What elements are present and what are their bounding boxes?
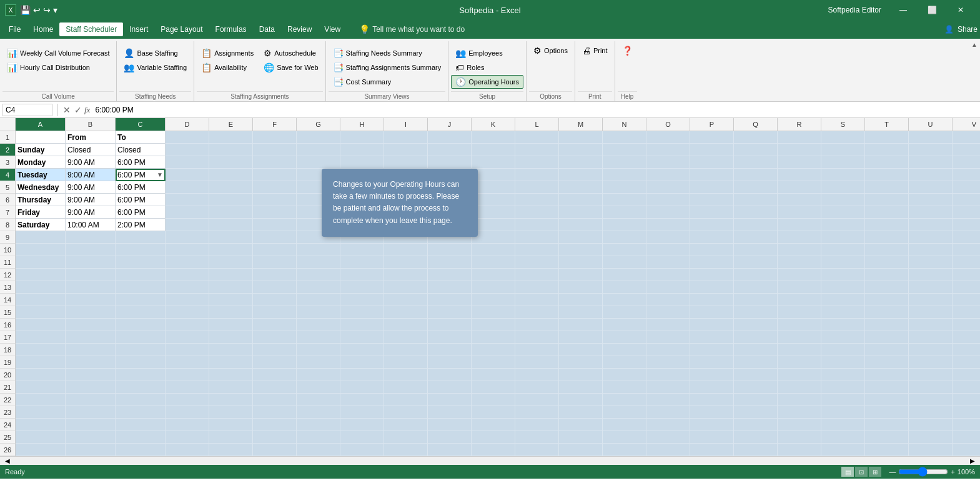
zoom-out-btn[interactable]: — (889, 468, 896, 476)
cell-k3[interactable] (472, 156, 515, 169)
cell-17-18[interactable] (821, 331, 865, 344)
cell-15-18[interactable] (821, 306, 865, 319)
cell-22-13[interactable] (603, 394, 646, 406)
cell-11-7[interactable] (340, 256, 384, 269)
col-header-t[interactable]: T (865, 118, 909, 131)
cell-j1[interactable] (428, 131, 472, 144)
cell-p2[interactable] (690, 144, 734, 156)
cell-r8[interactable] (778, 219, 821, 231)
cell-10-1[interactable] (66, 244, 116, 256)
cell-9-17[interactable] (778, 231, 821, 244)
cell-24-8[interactable] (384, 419, 428, 431)
cell-24-12[interactable] (559, 419, 603, 431)
cell-23-4[interactable] (209, 406, 253, 419)
cell-d4[interactable] (166, 169, 209, 181)
cell-13-7[interactable] (340, 281, 384, 294)
cell-10-13[interactable] (603, 244, 646, 256)
cell-18-6[interactable] (297, 344, 340, 356)
cell-26-20[interactable] (909, 444, 953, 456)
restore-btn[interactable]: ⬜ (918, 0, 946, 20)
cell-26-12[interactable] (559, 444, 603, 456)
row-num-9[interactable]: 9 (0, 231, 15, 244)
cell-17-3[interactable] (166, 331, 209, 344)
col-header-v[interactable]: V (953, 118, 980, 131)
cell-t4[interactable] (865, 169, 909, 181)
cell-18-19[interactable] (865, 344, 909, 356)
cell-24-1[interactable] (66, 419, 116, 431)
cell-11-1[interactable] (66, 256, 116, 269)
cell-24-6[interactable] (297, 419, 340, 431)
cell-24-14[interactable] (646, 419, 690, 431)
cell-b8[interactable]: 10:00 AM (66, 219, 116, 231)
cell-18-21[interactable] (953, 344, 980, 356)
cell-25-15[interactable] (690, 431, 734, 444)
cell-a3[interactable]: Monday (16, 156, 66, 169)
cell-o2[interactable] (646, 144, 690, 156)
cell-15-7[interactable] (340, 306, 384, 319)
cell-e6[interactable] (209, 194, 253, 206)
cell-t1[interactable] (865, 131, 909, 144)
cell-l7[interactable] (515, 206, 559, 219)
cell-26-4[interactable] (209, 444, 253, 456)
cell-10-17[interactable] (778, 244, 821, 256)
cell-19-9[interactable] (428, 356, 472, 369)
cell-b5[interactable]: 9:00 AM (66, 181, 116, 194)
cell-n7[interactable] (603, 206, 646, 219)
cell-14-17[interactable] (778, 294, 821, 306)
cell-14-21[interactable] (953, 294, 980, 306)
cell-12-19[interactable] (865, 269, 909, 281)
cell-21-16[interactable] (734, 381, 778, 394)
cell-k8[interactable] (472, 219, 515, 231)
cell-19-3[interactable] (166, 356, 209, 369)
cell-24-16[interactable] (734, 419, 778, 431)
cell-26-21[interactable] (953, 444, 980, 456)
cell-26-2[interactable] (116, 444, 166, 456)
cell-9-16[interactable] (734, 231, 778, 244)
cell-12-15[interactable] (690, 269, 734, 281)
col-header-q[interactable]: Q (734, 118, 778, 131)
cell-23-3[interactable] (166, 406, 209, 419)
cell-12-2[interactable] (116, 269, 166, 281)
cell-p6[interactable] (690, 194, 734, 206)
cell-12-3[interactable] (166, 269, 209, 281)
col-header-f[interactable]: F (253, 118, 297, 131)
col-header-d[interactable]: D (166, 118, 209, 131)
staffing-assignments-summary-btn[interactable]: 📑 Staffing Assignments Summary (329, 61, 446, 74)
hourly-call-dist-btn[interactable]: 📊 Hourly Call Distribution (2, 61, 114, 74)
cell-12-9[interactable] (428, 269, 472, 281)
cell-19-17[interactable] (778, 356, 821, 369)
cell-20-5[interactable] (253, 369, 297, 381)
cell-22-18[interactable] (821, 394, 865, 406)
cell-25-6[interactable] (297, 431, 340, 444)
cell-24-21[interactable] (953, 419, 980, 431)
cell-15-19[interactable] (865, 306, 909, 319)
cell-21-19[interactable] (865, 381, 909, 394)
cell-25-0[interactable] (16, 431, 66, 444)
cell-12-8[interactable] (384, 269, 428, 281)
cell-s3[interactable] (821, 156, 865, 169)
cell-10-5[interactable] (253, 244, 297, 256)
cell-t8[interactable] (865, 219, 909, 231)
availability-btn[interactable]: 📋 Availability (197, 61, 258, 74)
cell-f5[interactable] (253, 181, 297, 194)
cell-9-19[interactable] (865, 231, 909, 244)
cell-21-14[interactable] (646, 381, 690, 394)
cell-d6[interactable] (166, 194, 209, 206)
row-num-6[interactable]: 6 (0, 194, 15, 206)
cell-20-3[interactable] (166, 369, 209, 381)
cell-24-9[interactable] (428, 419, 472, 431)
cell-m6[interactable] (559, 194, 603, 206)
cell-15-0[interactable] (16, 306, 66, 319)
cell-19-20[interactable] (909, 356, 953, 369)
scroll-right-btn[interactable]: ▶ (965, 457, 980, 465)
cell-18-9[interactable] (428, 344, 472, 356)
cell-17-12[interactable] (559, 331, 603, 344)
cell-12-6[interactable] (297, 269, 340, 281)
cell-13-4[interactable] (209, 281, 253, 294)
cell-10-0[interactable] (16, 244, 66, 256)
cell-26-1[interactable] (66, 444, 116, 456)
cell-10-19[interactable] (865, 244, 909, 256)
cell-14-2[interactable] (116, 294, 166, 306)
cell-m5[interactable] (559, 181, 603, 194)
ribbon-collapse-btn[interactable]: ▲ (971, 41, 978, 48)
